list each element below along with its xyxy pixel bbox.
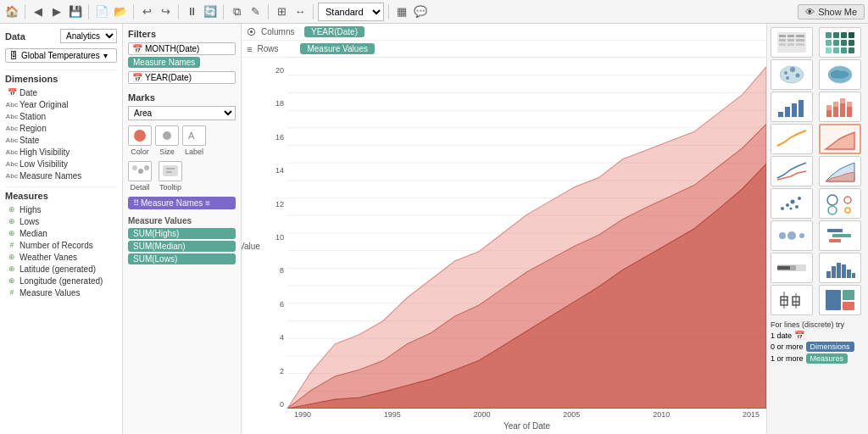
dim-region[interactable]: Abc Region [5, 122, 117, 134]
chart-type-histogram[interactable] [819, 253, 861, 283]
marks-type-select[interactable]: Area Bar Line Circle Shape [128, 106, 236, 120]
svg-rect-65 [833, 102, 838, 107]
svg-marker-70 [826, 132, 854, 149]
chart-type-bullet-graph[interactable] [771, 253, 813, 283]
svg-point-74 [786, 203, 789, 207]
detail-control[interactable]: Detail [128, 161, 152, 192]
refresh-icon[interactable]: 🔄 [202, 3, 219, 20]
svg-rect-63 [826, 105, 832, 110]
meas-measure-values[interactable]: # Measure Values [5, 287, 117, 298]
dim-state[interactable]: Abc State [5, 134, 117, 146]
x-axis: 1990 1995 2000 2005 2010 2015 [287, 409, 766, 419]
tooltip-icon[interactable]: 💬 [412, 3, 429, 20]
dim-measure-names[interactable]: Abc Measure Names [5, 170, 117, 181]
annotate-icon[interactable]: ✎ [247, 3, 264, 20]
save-icon[interactable]: 💾 [67, 3, 84, 20]
svg-rect-50 [841, 47, 847, 53]
svg-rect-67 [840, 98, 845, 103]
area-chart-svg [287, 58, 766, 409]
meas-highs[interactable]: ⊕ Highs [5, 203, 117, 215]
meas-lows[interactable]: ⊕ Lows [5, 215, 117, 227]
duplicate-icon[interactable]: ⧉ [228, 3, 245, 20]
dim-date-label: Date [19, 88, 37, 97]
tooltip-control[interactable]: Tooltip [159, 161, 182, 192]
chart-type-circle-view[interactable] [819, 188, 861, 219]
chart-type-dual-line[interactable] [771, 156, 813, 186]
dim-date[interactable]: 📅 Date [5, 86, 117, 98]
fit-icon[interactable]: ⊞ [273, 3, 290, 20]
fix-width-icon[interactable]: ↔ [292, 3, 309, 20]
plus-icon-lat: ⊕ [7, 264, 17, 274]
back-icon[interactable]: ◀ [30, 3, 47, 20]
chart-type-stacked-bar[interactable] [819, 92, 861, 122]
chart-type-box-whisker[interactable] [771, 285, 813, 315]
analytics-select[interactable]: Analytics [60, 29, 117, 43]
chart-type-scatter[interactable] [771, 188, 813, 219]
mv-sum-lows[interactable]: SUM(Lows) [128, 253, 236, 264]
global-temps-button[interactable]: 🗄 Global Temperatures ▾ [5, 48, 117, 63]
dim-station[interactable]: Abc Station [5, 110, 117, 122]
color-icon [128, 125, 152, 146]
meas-records[interactable]: # Number of Records [5, 239, 117, 251]
abc-icon-1: Abc [7, 99, 17, 109]
rows-pill[interactable]: Measure Values [300, 43, 375, 54]
meas-longitude[interactable]: ⊕ Longitude (generated) [5, 275, 117, 287]
color-control[interactable]: Color [128, 125, 152, 156]
chart-type-filled-map[interactable] [819, 59, 861, 90]
view-select[interactable]: Standard Fit Width Fit Height [318, 3, 384, 21]
home-icon[interactable]: 🏠 [3, 3, 20, 20]
dim-low-visibility[interactable]: Abc Low Visibility [5, 158, 117, 170]
redo-icon[interactable]: ↪ [157, 3, 174, 20]
chart-type-gantt[interactable] [819, 220, 861, 251]
mv-sum-highs[interactable]: SUM(Highs) [128, 228, 236, 239]
size-control[interactable]: Size [155, 125, 179, 156]
svg-rect-33 [796, 35, 804, 37]
filter-measure-names-tag[interactable]: Measure Names [128, 57, 200, 68]
svg-rect-91 [777, 266, 790, 270]
detail-label: Detail [130, 183, 149, 192]
columns-pill[interactable]: YEAR(Date) [304, 26, 364, 37]
mv-sum-median[interactable]: SUM(Median) [128, 241, 236, 252]
abc-icon-7: Abc [7, 170, 17, 181]
chart-type-side-by-side-circles[interactable] [771, 220, 813, 251]
dim-high-visibility[interactable]: Abc High Visibility [5, 146, 117, 158]
forward-icon[interactable]: ▶ [48, 3, 65, 20]
new-icon[interactable]: 📄 [93, 3, 110, 20]
rows-icon: ≡ [247, 44, 252, 54]
meas-median[interactable]: ⊕ Median [5, 227, 117, 239]
x-tick-1995: 1995 [384, 410, 401, 419]
meas-latitude[interactable]: ⊕ Latitude (generated) [5, 263, 117, 275]
chart-type-area[interactable] [819, 124, 861, 154]
chart-type-line[interactable] [771, 124, 813, 154]
chart-type-symbol-map[interactable] [771, 59, 813, 90]
chart-type-heat-map[interactable] [819, 27, 861, 58]
chart-type-text-table[interactable] [771, 27, 813, 58]
chart-canvas-container: 1990 1995 2000 2005 2010 2015 Year of Da… [287, 58, 766, 434]
svg-rect-41 [833, 32, 839, 38]
filter-year-date[interactable]: 📅 YEAR(Date) [128, 71, 236, 84]
data-tab[interactable]: Data [5, 31, 25, 42]
grid-icon[interactable]: ▦ [393, 3, 410, 20]
right-panel: For lines (discrete) try 1 date 📅 0 or m… [766, 24, 868, 434]
undo-icon[interactable]: ↩ [138, 3, 155, 20]
svg-rect-61 [798, 100, 804, 117]
open-icon[interactable]: 📂 [112, 3, 129, 20]
show-me-button[interactable]: 👁 Show Me [798, 4, 865, 19]
chart-type-treemap[interactable] [819, 285, 861, 315]
detail-tooltip: Detail Tooltip [128, 161, 236, 192]
req-dim-count: 0 or more [771, 342, 804, 351]
svg-point-55 [796, 74, 800, 78]
label-control[interactable]: A Label [182, 125, 206, 156]
chart-type-bar[interactable] [771, 92, 813, 122]
y-axis: 20 18 16 14 12 10 8 6 4 2 0 [257, 58, 287, 434]
svg-point-73 [781, 207, 784, 210]
pause-icon[interactable]: ⏸ [183, 3, 200, 20]
dim-year-original[interactable]: Abc Year Original [5, 98, 117, 110]
filter-month-date[interactable]: 📅 MONTH(Date) [128, 42, 236, 55]
chart-type-dual-area[interactable] [819, 156, 861, 186]
abc-icon-3: Abc [7, 123, 17, 133]
measure-names-pill[interactable]: ⠿ Measure Names ≡ [128, 197, 236, 209]
meas-median-label: Median [19, 229, 47, 238]
meas-weather-vanes[interactable]: ⊕ Weather Vanes [5, 251, 117, 263]
size-label: Size [159, 147, 175, 156]
